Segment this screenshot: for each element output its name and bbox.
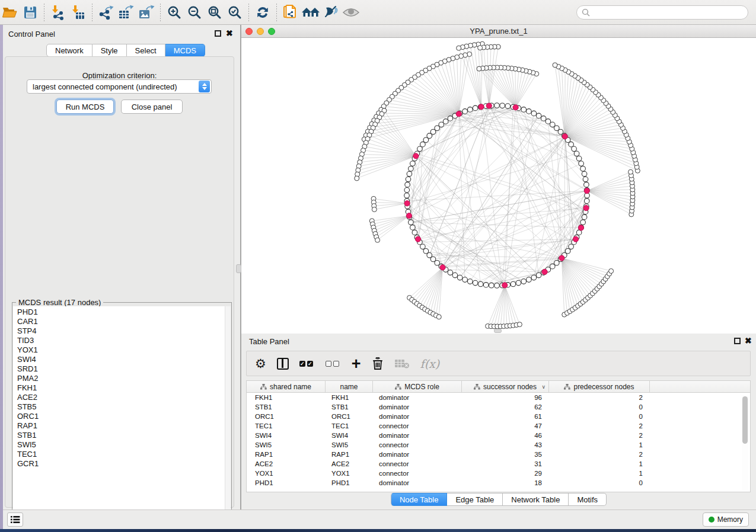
network-hub-node[interactable] — [562, 134, 567, 139]
import-network-icon[interactable] — [48, 4, 68, 21]
export-network-icon[interactable] — [96, 4, 116, 21]
network-hub-node[interactable] — [584, 188, 589, 193]
network-leaf-node[interactable] — [553, 63, 557, 68]
network-node[interactable] — [410, 225, 416, 230]
network-node[interactable] — [473, 280, 478, 286]
network-node[interactable] — [423, 137, 429, 143]
network-node[interactable] — [565, 248, 570, 254]
network-node[interactable] — [531, 111, 537, 116]
show-eye-icon[interactable] — [341, 4, 361, 21]
tab-select[interactable]: Select — [127, 44, 165, 57]
network-hub-node[interactable] — [479, 104, 484, 110]
table-row[interactable]: PHD1PHD1dominator180 — [247, 478, 750, 488]
mcds-result-item[interactable]: SWI5 — [17, 440, 225, 450]
mcds-result-item[interactable]: GCR1 — [17, 459, 225, 469]
task-history-button[interactable] — [7, 512, 23, 527]
add-icon[interactable]: + — [352, 355, 361, 372]
network-leaf-node[interactable] — [517, 322, 522, 327]
network-node[interactable] — [462, 109, 468, 114]
mcds-result-item[interactable]: ORC1 — [17, 412, 225, 421]
network-node[interactable] — [430, 129, 436, 134]
network-hub-node[interactable] — [486, 103, 492, 108]
table-row[interactable]: TEC1TEC1connector472 — [247, 421, 750, 431]
network-hub-node[interactable] — [573, 236, 578, 242]
network-node[interactable] — [554, 260, 559, 265]
network-node[interactable] — [576, 156, 582, 161]
delete-icon[interactable] — [372, 355, 384, 372]
network-node[interactable] — [473, 105, 478, 111]
network-leaf-node[interactable] — [457, 46, 461, 50]
import-table-icon[interactable] — [68, 4, 88, 21]
mcds-result-item[interactable]: RAP1 — [17, 421, 225, 431]
column-header-successor-nodes[interactable]: successor nodes∨ — [462, 381, 549, 392]
float-panel-icon[interactable] — [215, 30, 221, 37]
network-node[interactable] — [550, 122, 555, 127]
network-node[interactable] — [495, 283, 500, 289]
network-node[interactable] — [574, 151, 579, 156]
deselect-all-icon[interactable] — [326, 355, 341, 372]
network-node[interactable] — [457, 275, 462, 280]
mcds-result-item[interactable]: STP4 — [17, 326, 225, 336]
network-node[interactable] — [462, 277, 468, 283]
network-hub-node[interactable] — [404, 201, 410, 206]
network-node[interactable] — [478, 281, 483, 287]
network-node[interactable] — [554, 126, 559, 131]
network-node[interactable] — [505, 104, 511, 109]
delete-table-icon[interactable] — [394, 355, 410, 372]
network-leaf-node[interactable] — [629, 169, 633, 174]
network-hub-node[interactable] — [502, 283, 508, 288]
export-table-icon[interactable] — [116, 4, 136, 21]
mcds-result-item[interactable]: STB5 — [17, 402, 225, 412]
network-hub-node[interactable] — [440, 265, 445, 270]
network-node[interactable] — [511, 281, 516, 287]
tab-node-table[interactable]: Node Table — [391, 493, 448, 506]
network-node[interactable] — [430, 257, 436, 262]
mcds-result-item[interactable]: ACE2 — [17, 393, 225, 402]
network-leaf-node[interactable] — [436, 315, 441, 319]
network-node[interactable] — [406, 177, 411, 182]
save-icon[interactable] — [20, 4, 40, 21]
network-node[interactable] — [448, 116, 453, 121]
network-leaf-node[interactable] — [355, 176, 359, 181]
network-node[interactable] — [435, 126, 440, 131]
table-scrollbar[interactable] — [742, 395, 748, 490]
houses-icon[interactable] — [301, 4, 321, 21]
network-node[interactable] — [584, 198, 589, 204]
network-hub-node[interactable] — [415, 236, 420, 242]
network-leaf-node[interactable] — [372, 207, 377, 212]
tab-network[interactable]: Network — [46, 44, 92, 57]
table-row[interactable]: RAP1RAP1dominator352 — [247, 450, 750, 459]
zoom-selected-icon[interactable] — [225, 4, 245, 21]
table-row[interactable]: SWI5SWI5connector431 — [247, 440, 750, 450]
mcds-result-item[interactable]: YOX1 — [17, 345, 225, 355]
network-node[interactable] — [483, 283, 489, 288]
tab-mcds[interactable]: MCDS — [165, 44, 205, 57]
network-leaf-node[interactable] — [375, 238, 380, 242]
network-node[interactable] — [521, 279, 527, 284]
sort-indicator-icon[interactable]: ∨ — [541, 384, 546, 390]
table-row[interactable]: FKH1FKH1dominator962 — [247, 393, 750, 402]
column-header-predecessor-nodes[interactable]: predecessor nodes — [549, 381, 650, 392]
horizontal-splitter-handle[interactable] — [494, 329, 502, 333]
hide-eye-icon[interactable] — [321, 4, 341, 21]
network-node[interactable] — [527, 109, 532, 114]
network-node[interactable] — [546, 119, 551, 124]
network-node[interactable] — [580, 220, 586, 225]
network-node[interactable] — [452, 273, 458, 278]
network-leaf-node[interactable] — [477, 66, 481, 71]
function-builder-icon[interactable]: f(x) — [420, 355, 440, 372]
network-node[interactable] — [467, 279, 473, 284]
network-hub-node[interactable] — [583, 206, 589, 211]
network-node[interactable] — [420, 142, 426, 147]
network-leaf-node[interactable] — [478, 46, 483, 50]
network-node[interactable] — [404, 193, 410, 198]
network-node[interactable] — [439, 122, 444, 127]
network-node[interactable] — [489, 283, 495, 288]
network-node[interactable] — [427, 133, 432, 139]
mcds-result-item[interactable]: PMA2 — [17, 374, 225, 383]
network-node[interactable] — [409, 220, 414, 225]
memory-button[interactable]: Memory — [703, 512, 749, 527]
zoom-in-icon[interactable] — [164, 4, 184, 21]
network-node[interactable] — [409, 166, 414, 171]
select-all-icon[interactable]: ✓✓ — [299, 355, 315, 372]
